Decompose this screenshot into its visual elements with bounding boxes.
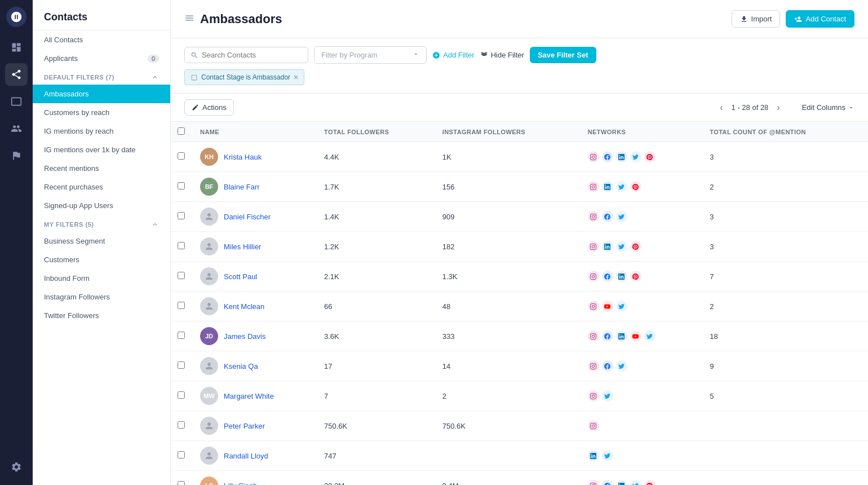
ig-icon xyxy=(588,151,599,162)
tw-icon xyxy=(644,330,656,342)
tw-icon xyxy=(630,151,641,162)
sidebar-item-customers-reach[interactable]: Customers by reach xyxy=(33,103,170,122)
contact-name[interactable]: Peter Parker xyxy=(224,422,265,430)
sidebar-item-business-segment[interactable]: Business Segment xyxy=(33,232,170,250)
contact-name[interactable]: Kent Mclean xyxy=(224,302,264,311)
ig-followers: 333 xyxy=(436,321,581,351)
avatar xyxy=(200,447,218,465)
contact-name[interactable]: Margaret White xyxy=(224,392,274,400)
ig-followers: 182 xyxy=(436,232,581,262)
nav-dashboard-btn[interactable] xyxy=(5,36,28,59)
edit-columns-button[interactable]: Edit Columns xyxy=(802,103,854,112)
networks-cell xyxy=(581,411,703,441)
sidebar-item-signed-up-app-users[interactable]: Signed-up App Users xyxy=(33,196,170,215)
sidebar-item-inbound-form[interactable]: Inbound Form xyxy=(33,269,170,288)
total-followers: 1.4K xyxy=(317,202,436,232)
sidebar-item-all-contacts[interactable]: All Contacts xyxy=(33,30,170,49)
avatar xyxy=(200,357,218,375)
mention-count: 2 xyxy=(703,172,868,202)
my-filters-header[interactable]: MY FILTERS (5) xyxy=(33,215,170,232)
add-filter-button[interactable]: Add Filter xyxy=(432,51,475,59)
sidebar-item-ambassadors[interactable]: Ambassadors xyxy=(33,85,170,103)
sidebar-item-applicants[interactable]: Applicants 0 xyxy=(33,49,170,68)
row-checkbox[interactable] xyxy=(178,421,185,429)
table-row: BFBlaine Farr1.7K1562 xyxy=(171,172,868,202)
fb-icon xyxy=(602,330,613,342)
sidebar-item-recent-mentions[interactable]: Recent mentions xyxy=(33,159,170,178)
hamburger-icon[interactable] xyxy=(184,13,194,25)
total-followers: 747 xyxy=(317,441,436,471)
networks-cell xyxy=(581,292,703,321)
row-checkbox[interactable] xyxy=(178,332,185,339)
search-input[interactable] xyxy=(202,51,302,59)
sidebar-item-customers[interactable]: Customers xyxy=(33,250,170,269)
fb-icon xyxy=(602,271,613,282)
fb-icon xyxy=(602,360,613,372)
ig-followers xyxy=(436,441,581,471)
fb-icon xyxy=(602,480,613,485)
col-ig-followers: INSTAGRAM FOLLOWERS xyxy=(436,122,581,142)
contact-name[interactable]: Ksenia Qa xyxy=(224,362,258,371)
sidebar-item-recent-purchases[interactable]: Recent purchases xyxy=(33,178,170,196)
nav-settings-btn[interactable] xyxy=(5,456,28,478)
row-checkbox[interactable] xyxy=(178,212,185,219)
row-checkbox[interactable] xyxy=(178,302,185,309)
actions-button[interactable]: Actions xyxy=(184,99,234,116)
prev-page-button[interactable]: ‹ xyxy=(716,100,727,115)
mention-count xyxy=(703,471,868,486)
search-box[interactable] xyxy=(184,47,308,63)
contact-cell: Daniel Fischer xyxy=(200,208,311,226)
row-checkbox[interactable] xyxy=(178,391,185,399)
table-row: Daniel Fischer1.4K9093 xyxy=(171,202,868,232)
mention-count: 5 xyxy=(703,381,868,411)
next-page-button[interactable]: › xyxy=(773,100,783,115)
contact-name[interactable]: Blaine Farr xyxy=(224,183,260,191)
save-filter-set-button[interactable]: Save Filter Set xyxy=(530,47,596,63)
default-filters-header[interactable]: DEFAULT FILTERS (7) xyxy=(33,68,170,85)
contact-cell: JDJames Davis xyxy=(200,327,311,345)
sidebar-item-twitter-followers[interactable]: Twitter Followers xyxy=(33,306,170,325)
row-checkbox[interactable] xyxy=(178,242,185,249)
row-checkbox[interactable] xyxy=(178,481,185,485)
contact-name[interactable]: Scott Paul xyxy=(224,272,257,281)
nav-flag-btn[interactable] xyxy=(5,144,28,167)
sidebar-item-ig-mentions-1k[interactable]: IG mentions over 1k by date xyxy=(33,140,170,159)
col-name: NAME xyxy=(193,122,317,142)
hide-filter-button[interactable]: Hide Filter xyxy=(480,51,524,59)
filter-close-button[interactable]: × xyxy=(294,73,298,82)
mention-count: 18 xyxy=(703,321,868,351)
row-checkbox[interactable] xyxy=(178,451,185,458)
import-button[interactable]: Import xyxy=(732,10,781,28)
total-followers: 66 xyxy=(317,292,436,321)
select-all-checkbox[interactable] xyxy=(178,127,185,135)
sidebar-item-instagram-followers[interactable]: Instagram Followers xyxy=(33,288,170,306)
mention-count: 3 xyxy=(703,202,868,232)
table-row: Randall Lloyd747 xyxy=(171,441,868,471)
contact-name[interactable]: Daniel Fischer xyxy=(224,213,271,221)
row-checkbox[interactable] xyxy=(178,272,185,279)
nav-contacts-btn[interactable] xyxy=(5,117,28,140)
avatar xyxy=(200,267,218,285)
avatar: KH xyxy=(200,148,218,166)
avatar: JD xyxy=(200,327,218,345)
contact-name[interactable]: Randall Lloyd xyxy=(224,452,268,460)
nav-content-btn[interactable] xyxy=(5,90,28,113)
total-followers: 3.6K xyxy=(317,321,436,351)
filter-row: Filter by Program Add Filter Hide Filter… xyxy=(184,46,854,64)
main-header-left: Ambassadors xyxy=(184,12,282,27)
contact-name[interactable]: Krista Hauk xyxy=(224,153,262,161)
app-logo[interactable] xyxy=(6,7,26,27)
contact-name[interactable]: Miles Hillier xyxy=(224,242,261,251)
nav-share-btn[interactable] xyxy=(5,63,28,86)
fb-icon xyxy=(602,211,613,222)
row-checkbox[interactable] xyxy=(178,152,185,160)
ig-icon xyxy=(588,211,599,222)
sidebar-item-ig-mentions-reach[interactable]: IG mentions by reach xyxy=(33,122,170,140)
add-contact-button[interactable]: Add Contact xyxy=(786,10,854,28)
program-filter-select[interactable]: Filter by Program xyxy=(314,46,427,64)
contact-name[interactable]: Lilly Singh xyxy=(224,482,257,486)
contact-name[interactable]: James Davis xyxy=(224,332,265,341)
row-checkbox[interactable] xyxy=(178,361,185,369)
row-checkbox[interactable] xyxy=(178,182,185,189)
header-actions: Import Add Contact xyxy=(732,10,854,28)
